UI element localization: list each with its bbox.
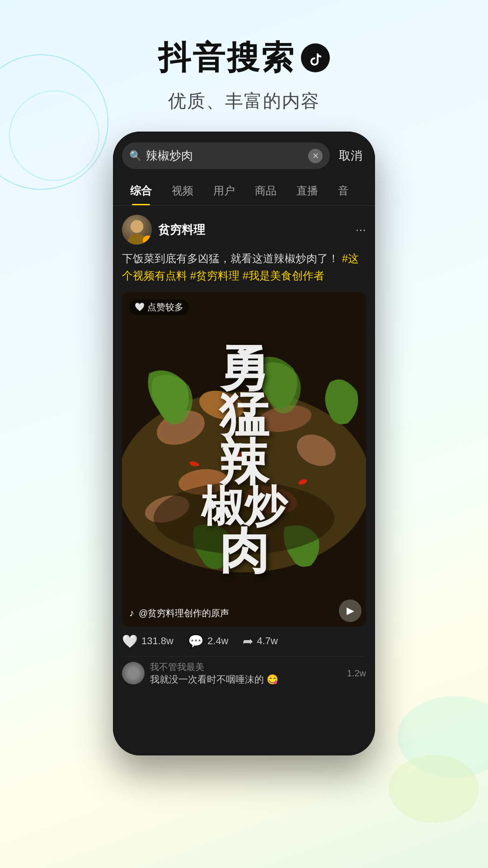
search-bar: 🔍 辣椒炒肉 ✕ 取消	[113, 132, 375, 176]
header: 抖音搜索 优质、丰富的内容	[0, 0, 488, 132]
video-title-overlay: 勇 猛 辣 椒炒 肉	[201, 344, 287, 574]
comments-item[interactable]: 💬 2.4w	[188, 634, 228, 649]
play-icon: ▶	[347, 605, 354, 617]
video-title-char2: 猛	[201, 392, 287, 439]
music-icon: ♪	[129, 607, 134, 619]
verified-icon: ✓	[145, 237, 150, 244]
svg-point-2	[131, 220, 143, 233]
comment-body: 我就没一次看时不咽唾沫的 😋	[150, 673, 342, 686]
popular-label-text: 点赞较多	[147, 301, 183, 313]
search-icon: 🔍	[129, 150, 141, 162]
tab-comprehensive[interactable]: 综合	[120, 176, 162, 205]
video-title-char3: 辣	[201, 439, 287, 486]
app-title: 抖音搜索	[0, 36, 488, 80]
phone-mockup: 🔍 辣椒炒肉 ✕ 取消 综合 视频 用户	[0, 132, 488, 755]
play-button[interactable]: ▶	[339, 599, 361, 622]
search-input-wrapper[interactable]: 🔍 辣椒炒肉 ✕	[122, 142, 330, 169]
heart-icon: 🤍	[122, 634, 138, 649]
clear-button[interactable]: ✕	[308, 149, 323, 163]
post-description: 下饭菜到底有多凶猛，就看这道辣椒炒肉了！ #这个视频有点料 #贫穷料理 #我是美…	[113, 250, 375, 292]
likes-count: 131.8w	[141, 635, 174, 647]
comment-text-wrap: 我不管我最美 我就没一次看时不咽唾沫的 😋	[150, 661, 342, 686]
more-options-button[interactable]: ···	[356, 222, 366, 237]
tab-video[interactable]: 视频	[162, 176, 203, 205]
video-title-char5: 肉	[201, 527, 287, 574]
shares-count: 4.7w	[257, 635, 277, 647]
tab-audio[interactable]: 音	[328, 176, 359, 205]
comments-count: 2.4w	[207, 635, 228, 647]
food-image: 勇 猛 辣 椒炒 肉	[122, 292, 366, 627]
tiktok-logo-icon	[301, 43, 330, 72]
clear-icon: ✕	[312, 151, 319, 161]
username[interactable]: 贫穷料理	[158, 222, 349, 238]
bg-decoration-blob2	[389, 755, 479, 823]
comment-section: 我不管我最美 我就没一次看时不咽唾沫的 😋 1.2w	[113, 656, 375, 690]
sound-source-text: @贫穷料理创作的原声	[139, 607, 339, 619]
phone-screen: 🔍 辣椒炒肉 ✕ 取消 综合 视频 用户	[113, 132, 375, 755]
video-title-char1: 勇	[201, 344, 287, 392]
engagement-bar: 🤍 131.8w 💬 2.4w ➦ 4.7w	[113, 627, 375, 656]
search-tabs: 综合 视频 用户 商品 直播 音	[113, 176, 375, 206]
comment-avatar	[122, 662, 145, 684]
tab-live[interactable]: 直播	[286, 176, 328, 205]
post-header: ✓ 贫穷料理 ···	[113, 206, 375, 250]
comment-author[interactable]: 我不管我最美	[150, 661, 342, 673]
app-subtitle: 优质、丰富的内容	[0, 89, 488, 113]
video-thumbnail[interactable]: 🤍 点赞较多	[122, 292, 366, 627]
video-popular-label: 🤍 点赞较多	[129, 299, 189, 315]
content-area: ✓ 贫穷料理 ··· 下饭菜到底有多凶猛，就看这道辣椒炒肉了！ #这个视频有点料…	[113, 206, 375, 755]
tab-user[interactable]: 用户	[203, 176, 245, 205]
hashtag-3[interactable]: #我是美食创作者	[243, 269, 324, 282]
video-title-char4: 椒炒	[201, 486, 287, 527]
shares-item[interactable]: ➦ 4.7w	[243, 634, 277, 649]
share-icon: ➦	[243, 634, 253, 649]
post-description-text: 下饭菜到底有多凶猛，就看这道辣椒炒肉了！	[122, 252, 339, 264]
phone-frame: 🔍 辣椒炒肉 ✕ 取消 综合 视频 用户	[113, 132, 375, 755]
search-query-text: 辣椒炒肉	[146, 148, 304, 164]
hashtag-2[interactable]: #贫穷料理	[190, 269, 243, 282]
likes-item[interactable]: 🤍 131.8w	[122, 634, 174, 649]
sound-bar: ♪ @贫穷料理创作的原声	[129, 607, 339, 619]
verified-badge: ✓	[143, 236, 152, 245]
avatar[interactable]: ✓	[122, 215, 152, 245]
cancel-button[interactable]: 取消	[335, 148, 366, 164]
tab-product[interactable]: 商品	[245, 176, 286, 205]
heart-icon: 🤍	[135, 302, 145, 312]
comment-like-count: 1.2w	[347, 668, 366, 679]
comment-item: 我不管我最美 我就没一次看时不咽唾沫的 😋 1.2w	[122, 656, 366, 690]
comment-icon: 💬	[188, 634, 204, 649]
title-text: 抖音搜索	[158, 36, 296, 80]
